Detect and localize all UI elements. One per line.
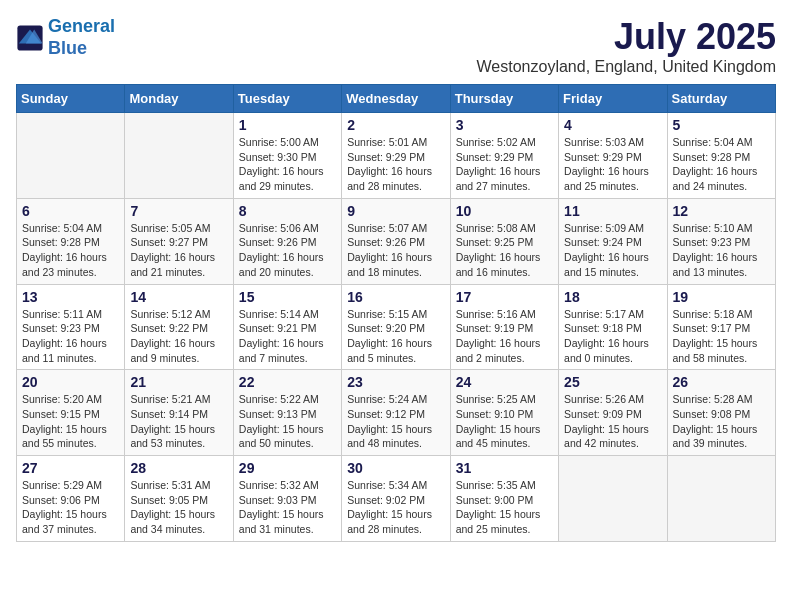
day-number: 30: [347, 460, 444, 476]
day-number: 24: [456, 374, 553, 390]
calendar-week-row: 20Sunrise: 5:20 AM Sunset: 9:15 PM Dayli…: [17, 370, 776, 456]
day-info: Sunrise: 5:07 AM Sunset: 9:26 PM Dayligh…: [347, 221, 444, 280]
day-number: 28: [130, 460, 227, 476]
day-number: 15: [239, 289, 336, 305]
calendar-cell: 13Sunrise: 5:11 AM Sunset: 9:23 PM Dayli…: [17, 284, 125, 370]
calendar-cell: 17Sunrise: 5:16 AM Sunset: 9:19 PM Dayli…: [450, 284, 558, 370]
day-info: Sunrise: 5:10 AM Sunset: 9:23 PM Dayligh…: [673, 221, 770, 280]
calendar-cell: 25Sunrise: 5:26 AM Sunset: 9:09 PM Dayli…: [559, 370, 667, 456]
calendar-week-row: 27Sunrise: 5:29 AM Sunset: 9:06 PM Dayli…: [17, 456, 776, 542]
weekday-header: Tuesday: [233, 85, 341, 113]
day-info: Sunrise: 5:08 AM Sunset: 9:25 PM Dayligh…: [456, 221, 553, 280]
day-number: 21: [130, 374, 227, 390]
title-area: July 2025 Westonzoyland, England, United…: [477, 16, 776, 76]
day-info: Sunrise: 5:01 AM Sunset: 9:29 PM Dayligh…: [347, 135, 444, 194]
logo-line2: Blue: [48, 38, 87, 58]
calendar-cell: [125, 113, 233, 199]
day-info: Sunrise: 5:24 AM Sunset: 9:12 PM Dayligh…: [347, 392, 444, 451]
day-info: Sunrise: 5:04 AM Sunset: 9:28 PM Dayligh…: [673, 135, 770, 194]
day-info: Sunrise: 5:32 AM Sunset: 9:03 PM Dayligh…: [239, 478, 336, 537]
calendar-cell: 20Sunrise: 5:20 AM Sunset: 9:15 PM Dayli…: [17, 370, 125, 456]
day-number: 17: [456, 289, 553, 305]
day-info: Sunrise: 5:25 AM Sunset: 9:10 PM Dayligh…: [456, 392, 553, 451]
day-number: 10: [456, 203, 553, 219]
day-info: Sunrise: 5:21 AM Sunset: 9:14 PM Dayligh…: [130, 392, 227, 451]
day-info: Sunrise: 5:28 AM Sunset: 9:08 PM Dayligh…: [673, 392, 770, 451]
day-number: 26: [673, 374, 770, 390]
day-number: 29: [239, 460, 336, 476]
calendar-cell: 12Sunrise: 5:10 AM Sunset: 9:23 PM Dayli…: [667, 198, 775, 284]
day-info: Sunrise: 5:12 AM Sunset: 9:22 PM Dayligh…: [130, 307, 227, 366]
calendar-cell: 24Sunrise: 5:25 AM Sunset: 9:10 PM Dayli…: [450, 370, 558, 456]
calendar-cell: 22Sunrise: 5:22 AM Sunset: 9:13 PM Dayli…: [233, 370, 341, 456]
location-title: Westonzoyland, England, United Kingdom: [477, 58, 776, 76]
day-number: 7: [130, 203, 227, 219]
calendar-cell: 11Sunrise: 5:09 AM Sunset: 9:24 PM Dayli…: [559, 198, 667, 284]
calendar-cell: 10Sunrise: 5:08 AM Sunset: 9:25 PM Dayli…: [450, 198, 558, 284]
header: General Blue July 2025 Westonzoyland, En…: [16, 16, 776, 76]
calendar-cell: 18Sunrise: 5:17 AM Sunset: 9:18 PM Dayli…: [559, 284, 667, 370]
day-info: Sunrise: 5:00 AM Sunset: 9:30 PM Dayligh…: [239, 135, 336, 194]
day-info: Sunrise: 5:34 AM Sunset: 9:02 PM Dayligh…: [347, 478, 444, 537]
day-number: 14: [130, 289, 227, 305]
day-number: 22: [239, 374, 336, 390]
calendar-cell: 8Sunrise: 5:06 AM Sunset: 9:26 PM Daylig…: [233, 198, 341, 284]
day-info: Sunrise: 5:14 AM Sunset: 9:21 PM Dayligh…: [239, 307, 336, 366]
day-info: Sunrise: 5:22 AM Sunset: 9:13 PM Dayligh…: [239, 392, 336, 451]
day-number: 2: [347, 117, 444, 133]
day-number: 5: [673, 117, 770, 133]
calendar: SundayMondayTuesdayWednesdayThursdayFrid…: [16, 84, 776, 542]
day-info: Sunrise: 5:06 AM Sunset: 9:26 PM Dayligh…: [239, 221, 336, 280]
month-title: July 2025: [477, 16, 776, 58]
day-number: 9: [347, 203, 444, 219]
day-info: Sunrise: 5:16 AM Sunset: 9:19 PM Dayligh…: [456, 307, 553, 366]
weekday-header: Monday: [125, 85, 233, 113]
calendar-cell: 21Sunrise: 5:21 AM Sunset: 9:14 PM Dayli…: [125, 370, 233, 456]
logo-line1: General: [48, 16, 115, 36]
day-info: Sunrise: 5:09 AM Sunset: 9:24 PM Dayligh…: [564, 221, 661, 280]
calendar-cell: 4Sunrise: 5:03 AM Sunset: 9:29 PM Daylig…: [559, 113, 667, 199]
day-number: 16: [347, 289, 444, 305]
calendar-cell: 31Sunrise: 5:35 AM Sunset: 9:00 PM Dayli…: [450, 456, 558, 542]
day-info: Sunrise: 5:03 AM Sunset: 9:29 PM Dayligh…: [564, 135, 661, 194]
calendar-cell: 7Sunrise: 5:05 AM Sunset: 9:27 PM Daylig…: [125, 198, 233, 284]
weekday-header: Friday: [559, 85, 667, 113]
calendar-cell: 30Sunrise: 5:34 AM Sunset: 9:02 PM Dayli…: [342, 456, 450, 542]
calendar-week-row: 6Sunrise: 5:04 AM Sunset: 9:28 PM Daylig…: [17, 198, 776, 284]
day-number: 8: [239, 203, 336, 219]
day-number: 18: [564, 289, 661, 305]
weekday-header: Sunday: [17, 85, 125, 113]
day-number: 20: [22, 374, 119, 390]
weekday-header: Saturday: [667, 85, 775, 113]
day-info: Sunrise: 5:05 AM Sunset: 9:27 PM Dayligh…: [130, 221, 227, 280]
day-info: Sunrise: 5:29 AM Sunset: 9:06 PM Dayligh…: [22, 478, 119, 537]
day-number: 13: [22, 289, 119, 305]
day-info: Sunrise: 5:15 AM Sunset: 9:20 PM Dayligh…: [347, 307, 444, 366]
day-number: 31: [456, 460, 553, 476]
calendar-cell: [667, 456, 775, 542]
calendar-cell: 14Sunrise: 5:12 AM Sunset: 9:22 PM Dayli…: [125, 284, 233, 370]
day-info: Sunrise: 5:11 AM Sunset: 9:23 PM Dayligh…: [22, 307, 119, 366]
calendar-cell: 26Sunrise: 5:28 AM Sunset: 9:08 PM Dayli…: [667, 370, 775, 456]
calendar-cell: [559, 456, 667, 542]
day-number: 6: [22, 203, 119, 219]
calendar-cell: 5Sunrise: 5:04 AM Sunset: 9:28 PM Daylig…: [667, 113, 775, 199]
day-number: 3: [456, 117, 553, 133]
day-info: Sunrise: 5:31 AM Sunset: 9:05 PM Dayligh…: [130, 478, 227, 537]
day-number: 1: [239, 117, 336, 133]
day-number: 27: [22, 460, 119, 476]
day-info: Sunrise: 5:17 AM Sunset: 9:18 PM Dayligh…: [564, 307, 661, 366]
calendar-week-row: 1Sunrise: 5:00 AM Sunset: 9:30 PM Daylig…: [17, 113, 776, 199]
calendar-cell: 27Sunrise: 5:29 AM Sunset: 9:06 PM Dayli…: [17, 456, 125, 542]
calendar-cell: [17, 113, 125, 199]
calendar-cell: 3Sunrise: 5:02 AM Sunset: 9:29 PM Daylig…: [450, 113, 558, 199]
day-info: Sunrise: 5:35 AM Sunset: 9:00 PM Dayligh…: [456, 478, 553, 537]
weekday-header: Thursday: [450, 85, 558, 113]
day-info: Sunrise: 5:20 AM Sunset: 9:15 PM Dayligh…: [22, 392, 119, 451]
logo-icon: [16, 24, 44, 52]
day-info: Sunrise: 5:18 AM Sunset: 9:17 PM Dayligh…: [673, 307, 770, 366]
calendar-week-row: 13Sunrise: 5:11 AM Sunset: 9:23 PM Dayli…: [17, 284, 776, 370]
day-number: 23: [347, 374, 444, 390]
day-number: 4: [564, 117, 661, 133]
calendar-cell: 2Sunrise: 5:01 AM Sunset: 9:29 PM Daylig…: [342, 113, 450, 199]
